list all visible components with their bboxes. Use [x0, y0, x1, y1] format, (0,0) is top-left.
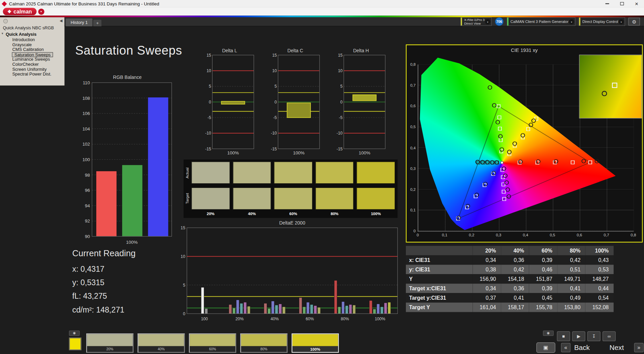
- reading-value: x: 0,4317: [72, 262, 136, 276]
- sidebar-top: ◀: [0, 17, 64, 24]
- table-cell: 0,44: [585, 284, 614, 293]
- minimize-button[interactable]: [600, 0, 614, 7]
- patch-column: 100%: [357, 161, 395, 216]
- svg-text:80%: 80%: [341, 317, 349, 321]
- patch-color: [190, 334, 235, 346]
- chevron-down-icon[interactable]: ▾: [618, 19, 624, 24]
- save-button[interactable]: ↧: [587, 331, 601, 341]
- table-cell: 0,42: [501, 265, 529, 274]
- svg-text:100%: 100%: [359, 150, 370, 155]
- sidebar-item-introduction[interactable]: Introduction: [0, 37, 64, 42]
- status-dot-icon[interactable]: [3, 19, 8, 23]
- cie-x-tick: 0,8: [631, 233, 636, 237]
- patch-color: [292, 334, 338, 346]
- reading-value: y: 0,5315: [72, 276, 136, 289]
- cie-y-axis-labels: 00,10,20,30,40,50,60,70,8: [407, 45, 417, 242]
- cie-title: CIE 1931 xy: [407, 47, 642, 53]
- current-reading: Current Reading x: 0,4317y: 0,5315fL: 43…: [72, 248, 136, 317]
- table-cell: 0,37: [473, 293, 501, 302]
- calman-logo-icon: ❖: [7, 9, 11, 14]
- sidebar-item-grayscale[interactable]: Grayscale: [0, 42, 64, 47]
- patch-column: 60%: [274, 161, 313, 216]
- pattern-preview-button[interactable]: ◉: [543, 330, 554, 336]
- svg-text:5: 5: [209, 84, 211, 89]
- play-icon: ▶: [577, 334, 580, 339]
- next-chevron-button[interactable]: »: [634, 343, 644, 352]
- save-icon: ↧: [592, 334, 596, 339]
- table-column-header: 20%: [473, 246, 501, 255]
- cie-x-tick: 0: [417, 233, 419, 237]
- saturation-patch-60%[interactable]: 60%: [189, 333, 236, 353]
- pattern-window-button[interactable]: ▣: [537, 343, 555, 353]
- table-column-header: 60%: [529, 246, 557, 255]
- chevron-down-icon[interactable]: ▾: [485, 19, 490, 24]
- sidebar-item-screen-uniformity[interactable]: Screen Uniformity: [0, 67, 64, 72]
- patch-color: [87, 334, 133, 346]
- meter-label: X-Rite i1Pro 3 Direct View: [464, 18, 485, 25]
- saturation-patch-80%[interactable]: 80%: [240, 333, 287, 353]
- back-chevrons-icon: «: [564, 345, 567, 351]
- stop-button[interactable]: ■: [557, 331, 570, 341]
- svg-text:10: 10: [181, 254, 185, 259]
- pattern-generator-button[interactable]: CalMAN Client 3 Pattern Generator ▾: [507, 17, 576, 26]
- app-icon: [2, 1, 7, 6]
- sidebar-item-saturation-sweeps[interactable]: Saturation Sweeps: [12, 52, 53, 57]
- svg-text:-10: -10: [205, 131, 211, 136]
- patch-preview-button[interactable]: ◉: [69, 330, 80, 336]
- svg-text:100%: 100%: [293, 150, 304, 155]
- settings-gear-button[interactable]: ⚙: [629, 18, 640, 25]
- sidebar-item-cms-calibration[interactable]: CMS Calibration: [0, 47, 64, 52]
- cie-y-tick: 0,1: [410, 208, 416, 212]
- current-reading-values: x: 0,4317y: 0,5315fL: 43,275cd/m²: 148,2…: [72, 262, 136, 317]
- play-button[interactable]: ▶: [572, 331, 585, 341]
- saturation-patch-20%[interactable]: 20%: [86, 333, 133, 353]
- eye-icon: ◉: [73, 331, 76, 335]
- meter-mode: Direct View: [464, 22, 485, 25]
- meter-badge[interactable]: 706: [495, 17, 504, 26]
- tree-root[interactable]: ▾ Quick Analysis: [0, 31, 64, 37]
- back-label[interactable]: Back: [574, 344, 590, 352]
- svg-text:92: 92: [85, 218, 90, 224]
- continuous-measure-button[interactable]: ∞: [603, 331, 616, 341]
- saturation-patch-40%[interactable]: 40%: [137, 333, 185, 353]
- patch-color: [138, 334, 184, 346]
- cie-y-tick: 0,5: [410, 124, 416, 129]
- delta-h-title: Delta H: [336, 48, 386, 53]
- display-control-button[interactable]: Direct Display Control ▾: [579, 17, 625, 26]
- table-cell: 0,34: [473, 255, 501, 265]
- table-cell: 0,43: [585, 255, 614, 265]
- reading-value: fL: 43,275: [72, 289, 136, 303]
- next-label[interactable]: Next: [610, 344, 624, 352]
- saturation-patch-100%[interactable]: 100%: [292, 333, 339, 353]
- cie-x-tick: 0,1: [442, 233, 447, 237]
- patch-label: 60%: [190, 346, 235, 352]
- cie-y-tick: 0,3: [410, 166, 416, 171]
- svg-text:-15: -15: [271, 147, 277, 151]
- inset-measured-marker: [602, 91, 607, 96]
- add-tab-button[interactable]: +: [93, 20, 101, 26]
- calman-menu-dropdown[interactable]: ▾: [38, 8, 44, 14]
- tab-history-1[interactable]: History 1: [66, 18, 93, 26]
- table-cell: 153,80: [557, 302, 585, 312]
- pattern-status-accent: [507, 18, 509, 25]
- sidebar-item-spectral-power-dist-[interactable]: Spectral Power Dist.: [0, 72, 64, 77]
- calman-menu-button[interactable]: ❖ calman: [3, 8, 37, 15]
- meter-button[interactable]: X-Rite i1Pro 3 Direct View ▾: [460, 17, 491, 26]
- collapse-sidebar-icon[interactable]: ◀: [60, 19, 62, 23]
- maximize-button[interactable]: [614, 0, 629, 7]
- svg-text:-15: -15: [205, 147, 211, 151]
- chevron-down-icon[interactable]: ▾: [569, 19, 574, 24]
- close-button[interactable]: ×: [629, 0, 644, 7]
- back-chevron-button[interactable]: «: [561, 343, 571, 352]
- svg-text:-5: -5: [273, 115, 277, 120]
- calman-logo-text: calman: [13, 8, 32, 14]
- table-cell: 0,42: [557, 255, 585, 265]
- svg-text:0: 0: [340, 100, 343, 105]
- actual-swatch: [233, 161, 271, 184]
- patch-label: 20%: [87, 346, 133, 352]
- patch-label: 100%: [292, 346, 338, 352]
- cie-y-tick: 0,2: [410, 187, 416, 191]
- table-cell: 152,08: [585, 302, 614, 312]
- svg-text:-5: -5: [339, 115, 343, 120]
- table-row-label: Target Y: [406, 302, 473, 312]
